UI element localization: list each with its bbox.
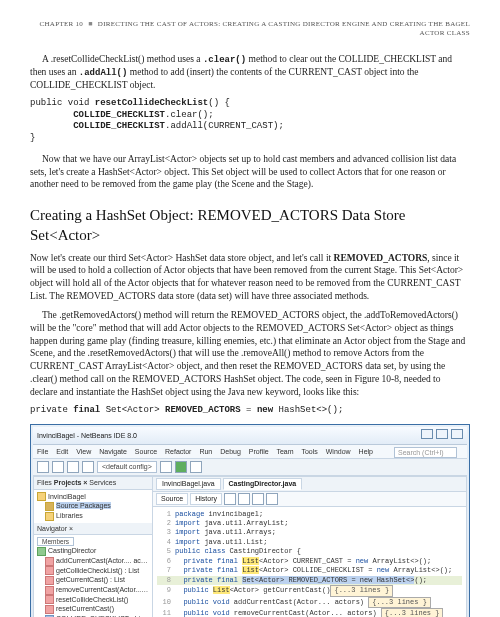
run-icon[interactable] [175,461,187,473]
nav-item[interactable]: getCollideCheckList() : List [56,567,139,574]
tab-services[interactable]: Services [89,479,116,486]
ide-window: InvinciBagel - NetBeans IDE 8.0 File Edi… [30,424,470,617]
project-root[interactable]: InvinciBagel [48,493,86,500]
menu-debug[interactable]: Debug [220,448,241,455]
nav-item[interactable]: resetCollideCheckList() [56,596,128,603]
projects-tree: InvinciBagel Source Packages Libraries [34,490,152,523]
code-editor[interactable]: 1package invincibagel; 2import java.util… [153,507,466,617]
code-block-2: private final Set<Actor> REMOVED_ACTORS … [30,405,470,417]
libraries[interactable]: Libraries [56,512,83,519]
paragraph-2: Now that we have our ArrayList<Actor> ob… [30,153,470,191]
menu-view[interactable]: View [76,448,91,455]
source-packages[interactable]: Source Packages [56,502,111,509]
separator-icon: ■ [88,20,93,28]
tool-icon[interactable] [238,493,250,505]
section-heading: Creating a HashSet Object: REMOVED_ACTOR… [30,205,470,246]
debug-icon[interactable] [190,461,202,473]
nav-item[interactable]: getCurrentCast() : List [56,576,125,583]
method-icon [45,557,54,566]
chapter-prefix: CHAPTER 10 [40,20,84,28]
tool-icon[interactable] [266,493,278,505]
window-buttons [420,429,463,441]
chapter-title: DIRECTING THE CAST OF ACTORS: CREATING A… [98,20,470,37]
menu-source[interactable]: Source [135,448,157,455]
tab-projects[interactable]: Projects × [54,479,88,486]
menu-navigate[interactable]: Navigate [99,448,127,455]
menu-file[interactable]: File [37,448,48,455]
libraries-icon [45,512,54,521]
close-button[interactable] [451,429,463,439]
search-input[interactable]: Search (Ctrl+I) [394,447,457,458]
tab-files[interactable]: Files [37,479,52,486]
navigator-panel-head: Navigator × [34,523,152,535]
nav-item[interactable]: addCurrentCast(Actor.... actors) [56,557,149,564]
ide-toolbar: <default config> [33,459,467,476]
nav-item[interactable]: removeCurrentCast(Actor.... actors) [56,586,149,593]
open-icon[interactable] [52,461,64,473]
method-icon [45,566,54,575]
menu-window[interactable]: Window [326,448,351,455]
editor-toolbar: Source History [153,492,466,507]
save-icon[interactable] [67,461,79,473]
menu-tools[interactable]: Tools [301,448,317,455]
paragraph-3: Now let's create our third Set<Actor> Ha… [30,252,470,303]
nav-class[interactable]: CastingDirector [48,547,96,554]
menu-profile[interactable]: Profile [249,448,269,455]
projects-panel-tabs: Files Projects × Services [34,477,152,489]
method-icon [45,586,54,595]
minimize-button[interactable] [421,429,433,439]
undo-icon[interactable] [82,461,94,473]
config-select[interactable]: <default config> [97,461,157,472]
menu-refactor[interactable]: Refactor [165,448,191,455]
project-icon [37,492,46,501]
history-view-button[interactable]: History [190,493,222,505]
ide-titlebar: InvinciBagel - NetBeans IDE 8.0 [33,427,467,444]
paragraph-1: A .resetCollideCheckList() method uses a… [30,53,470,92]
ide-title: InvinciBagel - NetBeans IDE 8.0 [37,431,137,440]
menu-run[interactable]: Run [199,448,212,455]
chapter-header: CHAPTER 10 ■ DIRECTING THE CAST OF ACTOR… [30,20,470,39]
editor-tab-active[interactable]: CastingDirector.java [223,478,303,489]
navigator-tree: Members CastingDirector addCurrentCast(A… [34,535,152,617]
tool-icon[interactable] [224,493,236,505]
source-view-button[interactable]: Source [156,493,188,505]
method-icon [45,605,54,614]
new-file-icon[interactable] [37,461,49,473]
members-select[interactable]: Members [37,537,74,546]
menu-team[interactable]: Team [276,448,293,455]
method-icon [45,576,54,585]
maximize-button[interactable] [436,429,448,439]
editor-tab[interactable]: InvinciBagel.java [156,478,221,489]
editor-tabs: InvinciBagel.java CastingDirector.java [153,477,466,491]
method-icon [45,595,54,604]
ide-menubar: File Edit View Navigate Source Refactor … [33,445,467,459]
menu-help[interactable]: Help [359,448,373,455]
class-icon [37,547,46,556]
package-icon [45,502,54,511]
paragraph-4: The .getRemovedActors() method will retu… [30,309,470,399]
menu-edit[interactable]: Edit [56,448,68,455]
build-icon[interactable] [160,461,172,473]
tool-icon[interactable] [252,493,264,505]
nav-item[interactable]: resetCurrentCast() [56,605,114,612]
code-block-1: public void resetCollideCheckList() { CO… [30,98,470,145]
